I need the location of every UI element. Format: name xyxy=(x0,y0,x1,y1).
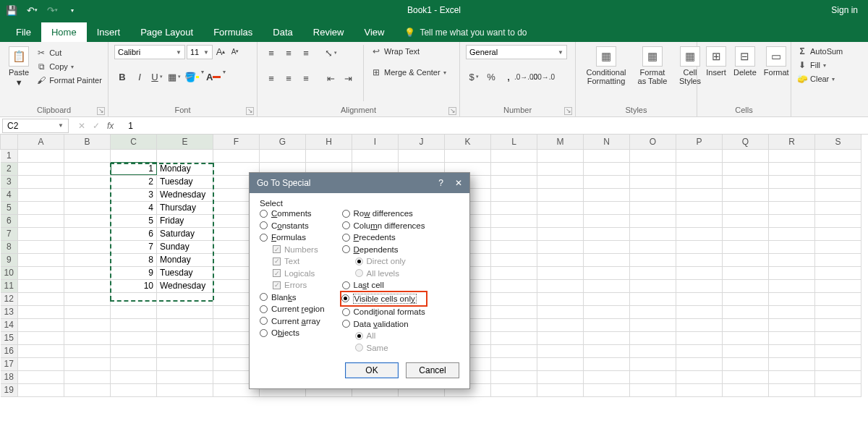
cell-O3[interactable] xyxy=(630,175,676,188)
row-header-19[interactable]: 19 xyxy=(1,383,18,396)
cell-B4[interactable] xyxy=(64,188,111,201)
cell-M6[interactable] xyxy=(537,214,584,227)
clear-button[interactable]: 🧽Clear ▾ xyxy=(797,74,843,84)
ok-button[interactable]: OK xyxy=(345,362,399,378)
cell-B2[interactable] xyxy=(64,162,111,175)
cell-E4[interactable]: Wednesday xyxy=(157,188,213,201)
cell-O2[interactable] xyxy=(630,162,676,175)
row-header-15[interactable]: 15 xyxy=(1,331,18,344)
cell-O11[interactable] xyxy=(630,279,676,292)
save-icon[interactable]: 💾 xyxy=(6,4,17,16)
cell-A9[interactable] xyxy=(18,253,64,266)
accounting-format-button[interactable]: $▾ xyxy=(466,69,482,85)
radio-comments[interactable]: Comments xyxy=(260,209,325,218)
col-header-M[interactable]: M xyxy=(537,135,584,149)
cell-Q8[interactable] xyxy=(723,240,769,253)
cell-P12[interactable] xyxy=(676,292,723,305)
cell-N3[interactable] xyxy=(584,175,630,188)
col-header-J[interactable]: J xyxy=(399,135,445,149)
cell-R17[interactable] xyxy=(769,357,815,370)
radio-current-region[interactable]: Current region xyxy=(260,305,325,313)
cell-M4[interactable] xyxy=(537,188,584,201)
col-header-E[interactable]: E xyxy=(157,135,213,149)
cell-L3[interactable] xyxy=(491,175,537,188)
cell-C17[interactable] xyxy=(111,357,157,370)
radio-visible-cells-only[interactable]: Visible cells only xyxy=(341,294,425,304)
cell-Q15[interactable] xyxy=(723,331,769,344)
cell-O1[interactable] xyxy=(630,149,676,162)
radio-precedents[interactable]: Precedents xyxy=(342,233,425,242)
cell-F1[interactable] xyxy=(213,149,260,162)
cell-E13[interactable] xyxy=(157,305,213,318)
cell-N2[interactable] xyxy=(584,162,630,175)
cell-A19[interactable] xyxy=(18,383,64,396)
cell-S10[interactable] xyxy=(815,266,861,279)
cell-N13[interactable] xyxy=(584,305,630,318)
col-header-A[interactable]: A xyxy=(18,135,64,149)
radio-row-differences[interactable]: Row differences xyxy=(342,209,425,218)
cell-C18[interactable] xyxy=(111,370,157,383)
cell-E3[interactable]: Tuesday xyxy=(157,175,213,188)
cell-S9[interactable] xyxy=(815,253,861,266)
cell-P9[interactable] xyxy=(676,253,723,266)
borders-button[interactable]: ▦▾ xyxy=(166,69,182,85)
cell-Q19[interactable] xyxy=(723,383,769,396)
cell-O8[interactable] xyxy=(630,240,676,253)
col-header-K[interactable]: K xyxy=(445,135,491,149)
cell-R12[interactable] xyxy=(769,292,815,305)
col-header-S[interactable]: S xyxy=(815,135,861,149)
cell-N14[interactable] xyxy=(584,318,630,331)
cell-Q4[interactable] xyxy=(723,188,769,201)
col-header-B[interactable]: B xyxy=(64,135,111,149)
row-header-12[interactable]: 12 xyxy=(1,292,18,305)
cell-R9[interactable] xyxy=(769,253,815,266)
cell-S18[interactable] xyxy=(815,370,861,383)
tab-review[interactable]: Review xyxy=(303,22,354,42)
col-header-I[interactable]: I xyxy=(352,135,399,149)
cell-L10[interactable] xyxy=(491,266,537,279)
cell-A10[interactable] xyxy=(18,266,64,279)
cell-Q13[interactable] xyxy=(723,305,769,318)
row-header-6[interactable]: 6 xyxy=(1,214,18,227)
chevron-down-icon[interactable]: ▾ xyxy=(223,69,226,85)
cell-P17[interactable] xyxy=(676,357,723,370)
cell-S6[interactable] xyxy=(815,214,861,227)
cancel-formula-icon[interactable]: ✕ xyxy=(78,121,85,131)
cell-A6[interactable] xyxy=(18,214,64,227)
cell-C6[interactable]: 5 xyxy=(111,214,157,227)
cell-P7[interactable] xyxy=(676,227,723,240)
delete-cells-button[interactable]: ⊟Delete xyxy=(731,45,760,78)
cell-Q18[interactable] xyxy=(723,370,769,383)
name-box[interactable]: C2 ▼ xyxy=(2,119,69,133)
cell-O16[interactable] xyxy=(630,344,676,357)
cell-E12[interactable] xyxy=(157,292,213,305)
cell-K1[interactable] xyxy=(445,149,491,162)
cell-A2[interactable] xyxy=(18,162,64,175)
cell-B1[interactable] xyxy=(64,149,111,162)
cell-B18[interactable] xyxy=(64,370,111,383)
cell-A15[interactable] xyxy=(18,331,64,344)
fill-color-button[interactable]: 🪣 xyxy=(184,69,200,85)
cell-C10[interactable]: 9 xyxy=(111,266,157,279)
tab-file[interactable]: File xyxy=(6,22,41,42)
row-header-7[interactable]: 7 xyxy=(1,227,18,240)
dialog-launcher-icon[interactable]: ↘ xyxy=(97,107,105,115)
cell-L9[interactable] xyxy=(491,253,537,266)
cell-B12[interactable] xyxy=(64,292,111,305)
cell-R7[interactable] xyxy=(769,227,815,240)
col-header-O[interactable]: O xyxy=(630,135,676,149)
cell-C3[interactable]: 2 xyxy=(111,175,157,188)
cell-B6[interactable] xyxy=(64,214,111,227)
col-header-H[interactable]: H xyxy=(306,135,352,149)
cell-R8[interactable] xyxy=(769,240,815,253)
wrap-text-button[interactable]: ↩Wrap Text xyxy=(371,46,446,56)
cell-L2[interactable] xyxy=(491,162,537,175)
fx-icon[interactable]: fx xyxy=(107,121,114,131)
cell-A11[interactable] xyxy=(18,279,64,292)
undo-icon[interactable]: ↶▾ xyxy=(26,4,38,16)
cell-L12[interactable] xyxy=(491,292,537,305)
cell-Q11[interactable] xyxy=(723,279,769,292)
cell-A3[interactable] xyxy=(18,175,64,188)
row-header-1[interactable]: 1 xyxy=(1,149,18,162)
cell-M9[interactable] xyxy=(537,253,584,266)
